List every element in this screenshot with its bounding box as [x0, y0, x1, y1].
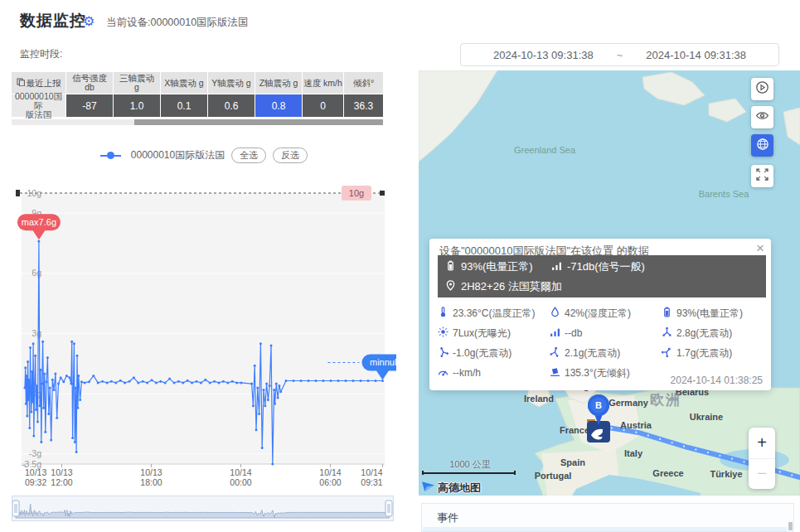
- reading-light: 7Lux(无曝光): [438, 323, 550, 343]
- svg-text:minnull: minnull: [370, 357, 396, 367]
- svg-text:6g: 6g: [32, 268, 41, 278]
- summary-battery: 93%(电量正常): [445, 259, 533, 274]
- col-signal: 信号强度 db: [66, 72, 114, 94]
- reading-vibration-3axis: 2.8g(无震动): [662, 323, 766, 343]
- svg-text:10g: 10g: [27, 188, 41, 198]
- col-speed: 速度 km/h: [303, 72, 344, 94]
- map-label-ukraine: Ukraine: [690, 412, 723, 422]
- map-scale-label: 1000 公里: [437, 458, 503, 471]
- col-y-vibration: Y轴震动 g: [208, 72, 255, 94]
- svg-text:10g: 10g: [349, 188, 364, 198]
- map-label-ireland: Ireland: [524, 394, 554, 404]
- vibration-x-icon: [438, 346, 448, 360]
- zoom-in-button[interactable]: +: [749, 428, 775, 459]
- speed-icon: [438, 366, 448, 380]
- chart-legend: 00000010国际版法国 全选 反选: [12, 148, 396, 163]
- amap-attribution[interactable]: 高德地图: [421, 479, 481, 496]
- light-icon: [438, 326, 448, 340]
- monitor-period-label: 监控时段:: [20, 47, 62, 61]
- map-label-austria: Austria: [620, 420, 652, 430]
- map-label-france: France: [560, 425, 589, 435]
- legend-series-label[interactable]: 00000010国际版法国: [131, 148, 225, 162]
- reading-battery: 93%(电量正常): [662, 303, 766, 323]
- date-start[interactable]: 2024-10-13 09:31:38: [493, 49, 594, 61]
- speed-value: 0: [303, 94, 344, 117]
- map-label-greenland-sea: Greenland Sea: [514, 145, 576, 155]
- tilt-icon: [550, 366, 560, 380]
- vibration-line-chart: 10g10g9g6g3g0g-3g-3.5g10/1309:3210/1312:…: [12, 177, 396, 493]
- map-label-barents-sea: Barents Sea: [699, 189, 749, 199]
- data-monitor-page: 数据监控 ⚙ 当前设备:00000010国际版法国 监控时段: 最近上报 信号强…: [0, 0, 800, 532]
- tilt-value: 36.3: [344, 94, 383, 117]
- play-icon: [755, 80, 769, 98]
- invert-selection-button[interactable]: 反选: [273, 148, 308, 163]
- reading-thermometer: 23.36°C(温度正常): [438, 303, 550, 323]
- device-data-table: 最近上报 信号强度 db 三轴震动 g X轴震动 g Y轴震动 g Z轴震动 g…: [12, 72, 383, 117]
- signal-icon: [551, 260, 562, 273]
- location-data-popup: 设备"00000010国际版法国"在该位置 的数据 × 93%(电量正常) -7…: [429, 239, 771, 390]
- table-scrollbar-thumb[interactable]: [134, 119, 383, 125]
- datazoom-handle-right[interactable]: [385, 501, 392, 516]
- play-track-button[interactable]: [751, 78, 773, 100]
- svg-text:B: B: [595, 400, 602, 410]
- reading-vibration-x: -1.0g(无震动): [438, 343, 550, 363]
- x-vibration-value: 0.1: [161, 94, 208, 117]
- map-label-spain: Spain: [560, 457, 585, 467]
- humidity-icon: [550, 307, 560, 320]
- map-label-italy: Italy: [624, 448, 643, 458]
- date-end[interactable]: 2024-10-14 09:31:38: [646, 49, 746, 61]
- device-name-cell[interactable]: 00000010国际 版法国: [12, 94, 66, 117]
- map-layer-button[interactable]: [751, 134, 773, 157]
- svg-text:-3g: -3g: [29, 448, 41, 458]
- map-label-greece: Greece: [652, 468, 683, 478]
- svg-text:10/1406:00: 10/1406:00: [319, 467, 341, 487]
- chart-datazoom-slider[interactable]: [12, 496, 394, 521]
- expand-icon: [756, 168, 768, 184]
- date-separator: ~: [617, 49, 623, 61]
- z-vibration-value-highlighted: 0.8: [255, 94, 303, 117]
- svg-text:10/1312:00: 10/1312:00: [51, 467, 72, 487]
- svg-text:max7.6g: max7.6g: [22, 217, 56, 227]
- datazoom-handle-left[interactable]: [12, 501, 19, 516]
- reading-tilt: 135.3°(无倾斜): [550, 363, 662, 383]
- vibration-y-icon: [550, 346, 560, 360]
- map-zoom-control: + −: [749, 428, 775, 489]
- close-icon[interactable]: ×: [756, 240, 764, 257]
- events-panel: 事件: [421, 503, 794, 532]
- col-tilt: 倾斜°: [344, 72, 383, 94]
- page-title: 数据监控: [20, 10, 86, 31]
- fullscreen-button[interactable]: [751, 165, 773, 187]
- eye-icon: [755, 109, 769, 126]
- svg-text:10/1409:31: 10/1409:31: [361, 467, 382, 487]
- date-range-picker[interactable]: 2024-10-13 09:31:38 ~ 2024-10-14 09:31:3…: [460, 43, 779, 66]
- reading-vibration-z: 1.7g(无震动): [662, 343, 766, 363]
- location-pin-icon: [445, 280, 456, 293]
- datazoom-preview: [12, 496, 393, 520]
- svg-text:10/1309:32: 10/1309:32: [25, 467, 46, 487]
- table-scrollbar[interactable]: [12, 119, 383, 125]
- zoom-out-button[interactable]: −: [749, 459, 775, 490]
- vibration-z-icon: [662, 346, 672, 360]
- summary-signal: -71db(信号一般): [551, 259, 645, 274]
- svg-text:10/1400:00: 10/1400:00: [230, 467, 251, 487]
- svg-text:3g: 3g: [32, 328, 41, 338]
- col-3axis-vibration: 三轴震动 g: [114, 72, 161, 94]
- events-header-strip: [423, 527, 787, 531]
- table-header-row: 最近上报 信号强度 db 三轴震动 g X轴震动 g Y轴震动 g Z轴震动 g…: [12, 72, 383, 94]
- amap-logo-text: 高德地图: [438, 481, 481, 496]
- map-label-türkiye: Türkiye: [710, 469, 742, 479]
- col-z-vibration: Z轴震动 g: [255, 72, 303, 94]
- reading-speed: --km/h: [438, 363, 550, 383]
- reading-signal: --db: [550, 323, 662, 343]
- gear-icon[interactable]: ⚙: [83, 13, 95, 29]
- table-row[interactable]: 00000010国际 版法国 -87 1.0 0.1 0.6 0.8 0 36.…: [12, 94, 383, 117]
- popup-summary-band: 93%(电量正常) -71db(信号一般) 2H82+26 法国莫爾加: [438, 255, 766, 297]
- vibration3-value: 1.0: [114, 94, 161, 117]
- visibility-button[interactable]: [751, 106, 773, 128]
- legend-series-marker[interactable]: [100, 152, 121, 159]
- select-all-button[interactable]: 全选: [231, 148, 266, 163]
- globe-icon: [756, 138, 769, 154]
- events-scrollbar-thumb[interactable]: [788, 522, 793, 530]
- map-label-欧洲: 欧洲: [650, 392, 681, 408]
- svg-text:10/1318:00: 10/1318:00: [140, 467, 162, 487]
